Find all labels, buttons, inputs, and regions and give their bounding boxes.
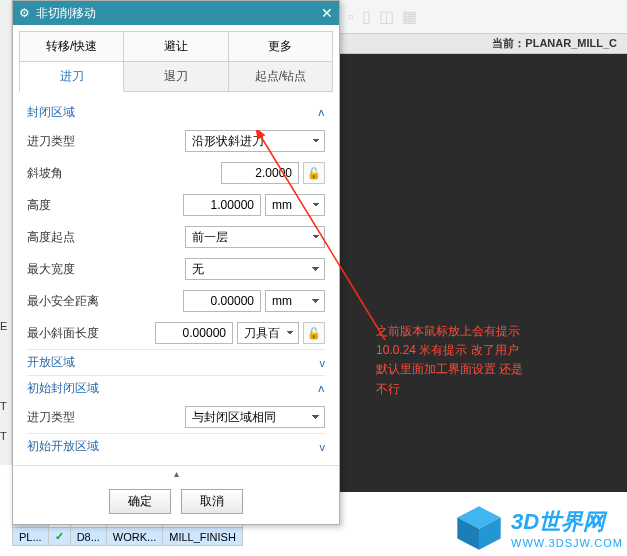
watermark-logo: 3D世界网 WWW.3DSJW.COM [453, 502, 623, 554]
lock-icon[interactable]: 🔓 [303, 322, 325, 344]
min-ramp-input[interactable] [155, 322, 233, 344]
top-tab-row: 转移/快速 避让 更多 [19, 31, 333, 62]
section-open-region[interactable]: 开放区域v [27, 349, 325, 375]
context-bar: 当前：PLANAR_MILL_C [340, 34, 627, 54]
note-line: 之前版本鼠标放上会有提示 [376, 322, 586, 341]
max-width-label: 最大宽度 [27, 261, 112, 278]
height-input[interactable] [183, 194, 261, 216]
tab-more[interactable]: 更多 [229, 31, 333, 61]
height-unit-select[interactable]: mm [265, 194, 325, 216]
cube-icon [453, 502, 505, 554]
dialog-title: 非切削移动 [36, 5, 96, 22]
current-value: PLANAR_MILL_C [525, 37, 617, 49]
current-label: 当前： [492, 37, 525, 49]
toolbar-icon[interactable]: ▦ [402, 7, 417, 26]
note-line: 不行 [376, 380, 586, 399]
chevron-down-icon: v [320, 357, 326, 369]
note-line: 默认里面加工界面设置 还是 [376, 360, 586, 379]
annotation-text: 之前版本鼠标放上会有提示 10.0.24 米有提示 改了用户 默认里面加工界面设… [376, 322, 586, 399]
rail-tab[interactable]: E [0, 320, 7, 332]
height-start-select[interactable]: 前一层 [185, 226, 325, 248]
toolbar-icon[interactable]: ▫ [348, 8, 354, 26]
chevron-down-icon: v [320, 441, 326, 453]
tab-engage[interactable]: 进刀 [19, 62, 124, 92]
section-closed-region[interactable]: 封闭区域ʌ [27, 100, 325, 125]
height-label: 高度 [27, 197, 112, 214]
tab-transfer[interactable]: 转移/快速 [19, 31, 124, 61]
section-title: 开放区域 [27, 354, 75, 371]
gear-icon[interactable]: ⚙ [19, 6, 30, 20]
collapse-handle[interactable]: ▴ [13, 465, 339, 481]
section-title: 初始封闭区域 [27, 380, 99, 397]
tab-retract[interactable]: 退刀 [124, 62, 228, 92]
noncutting-moves-dialog: ⚙ 非切削移动 ✕ 转移/快速 避让 更多 进刀 退刀 起点/钻点 封闭区域ʌ … [12, 0, 340, 525]
ok-button[interactable]: 确定 [109, 489, 171, 514]
engage-type2-select[interactable]: 与封闭区域相同 [185, 406, 325, 428]
rail-tab[interactable]: T [0, 430, 7, 442]
min-safe-unit-select[interactable]: mm [265, 290, 325, 312]
left-rail: E T T [0, 0, 12, 465]
logo-url: WWW.3DSJW.COM [511, 537, 623, 549]
chevron-up-icon: ʌ [318, 106, 325, 119]
toolbar: ▫ ▯ ◫ ▦ [340, 0, 627, 34]
section-initial-closed[interactable]: 初始封闭区域ʌ [27, 375, 325, 401]
section-title: 初始开放区域 [27, 438, 99, 455]
height-start-label: 高度起点 [27, 229, 112, 246]
table-row: PL...✓D8...WORK...MILL_FINISH [13, 528, 243, 546]
lock-icon[interactable]: 🔓 [303, 162, 325, 184]
engage-type-label: 进刀类型 [27, 133, 112, 150]
max-width-select[interactable]: 无 [185, 258, 325, 280]
close-icon[interactable]: ✕ [321, 5, 333, 21]
engage-type-select[interactable]: 沿形状斜进刀 [185, 130, 325, 152]
tab-avoidance[interactable]: 避让 [124, 31, 228, 61]
min-ramp-unit-select[interactable]: 刀具百 [237, 322, 299, 344]
chevron-up-icon: ʌ [318, 382, 325, 395]
dialog-titlebar[interactable]: ⚙ 非切削移动 ✕ [13, 1, 339, 25]
ramp-angle-input[interactable] [221, 162, 299, 184]
min-safe-label: 最小安全距离 [27, 293, 112, 310]
min-ramp-label: 最小斜面长度 [27, 325, 112, 342]
graphics-viewport[interactable] [340, 54, 627, 492]
sub-tab-row: 进刀 退刀 起点/钻点 [19, 62, 333, 92]
section-initial-open[interactable]: 初始开放区域v [27, 433, 325, 459]
min-safe-input[interactable] [183, 290, 261, 312]
tab-startdrill[interactable]: 起点/钻点 [229, 62, 333, 92]
toolbar-icon[interactable]: ▯ [362, 7, 371, 26]
cancel-button[interactable]: 取消 [181, 489, 243, 514]
engage-type2-label: 进刀类型 [27, 409, 112, 426]
logo-title: 3D世界网 [511, 507, 623, 537]
dialog-buttons: 确定 取消 [13, 481, 339, 524]
toolbar-icon[interactable]: ◫ [379, 7, 394, 26]
ramp-angle-label: 斜坡角 [27, 165, 112, 182]
note-line: 10.0.24 米有提示 改了用户 [376, 341, 586, 360]
section-title: 封闭区域 [27, 104, 75, 121]
rail-tab[interactable]: T [0, 400, 7, 412]
